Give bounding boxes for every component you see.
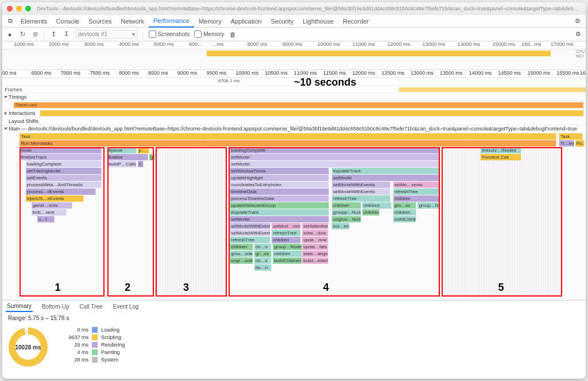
task-bar[interactable]: Task	[20, 133, 556, 140]
cursor-time: 6708.1 ms	[218, 78, 239, 83]
run-microtasks[interactable]: Run Microtasks	[20, 140, 556, 147]
memory-checkbox[interactable]: Memory	[194, 30, 224, 38]
anno-2: 2	[125, 282, 130, 294]
reload-icon[interactable]: ↻	[18, 30, 26, 39]
anno-5: 5	[498, 282, 504, 294]
download-icon[interactable]: ↧	[63, 30, 71, 39]
clear-icon[interactable]: ⊘	[31, 30, 39, 39]
settings-icon[interactable]: ⚙	[572, 16, 583, 27]
tab-memory[interactable]: Memory	[194, 16, 226, 27]
record-icon[interactable]: ●	[6, 30, 14, 39]
tab-eventlog[interactable]: Event Log	[112, 302, 140, 311]
timings-row[interactable]: Timings	[2, 93, 586, 101]
main-thread-header[interactable]: Main — devtools://devtools/bundled/devto…	[2, 125, 586, 133]
anno-3: 3	[183, 282, 189, 294]
tab-performance[interactable]: Performance	[149, 15, 194, 28]
screenshots-checkbox[interactable]: Screenshots	[149, 30, 190, 38]
traffic-lights	[7, 6, 31, 11]
tab-calltree[interactable]: Call Tree	[79, 302, 104, 311]
devtools-tabs: ⧉ Elements Console Sources Network Perfo…	[2, 15, 586, 28]
tab-security[interactable]: Security	[266, 16, 298, 27]
window-title: DevTools - devtools://devtools/bundled/d…	[37, 6, 581, 11]
summary-panel: 10028 ms 0 msLoading 9637 msScripting 29…	[2, 324, 586, 371]
tab-recorder[interactable]: Recorder	[338, 16, 373, 27]
tab-elements[interactable]: Elements	[16, 16, 52, 27]
donut-chart: 10028 ms	[8, 327, 48, 367]
traceload-row[interactable]: TraceLoad	[2, 101, 586, 109]
perf-toolbar: ● ↻ ⊘ | ↥ ↧ devtools #1 ▾ | Screenshots …	[2, 28, 586, 41]
min-dot[interactable]	[16, 6, 22, 11]
upload-icon[interactable]: ↥	[50, 30, 58, 39]
flame-chart[interactable]: Task Task Run Microtasks Ti…ed Ru…ks clo…	[2, 133, 586, 300]
range-label: Range: 5.75 s – 15.78 s	[2, 313, 586, 324]
trash-icon[interactable]: 🗑	[229, 30, 237, 39]
tab-sources[interactable]: Sources	[84, 16, 116, 27]
tab-console[interactable]: Console	[52, 16, 84, 27]
frames-row[interactable]: Frames	[2, 86, 586, 93]
overview-ruler[interactable]: 1000 ms2000 ms3000 ms4000 ms5000 ms600..…	[2, 41, 586, 49]
titlebar: DevTools - devtools://devtools/bundled/d…	[2, 2, 586, 15]
summary-tabs: Summary Bottom-Up Call Tree Event Log	[2, 300, 586, 313]
legend: 0 msLoading 9637 msScripting 29 msRender…	[65, 327, 125, 363]
anno-4: 4	[323, 282, 329, 294]
close-dot[interactable]	[7, 6, 13, 11]
max-dot[interactable]	[25, 6, 31, 11]
layoutshifts-row[interactable]: Layout Shifts	[2, 117, 586, 125]
tab-summary[interactable]: Summary	[6, 301, 33, 312]
tab-network[interactable]: Network	[117, 16, 149, 27]
timeline-settings-icon[interactable]: ⚙	[574, 30, 582, 39]
cpu-overview[interactable]: CPUNET	[2, 49, 586, 70]
inspect-icon[interactable]: ⧉	[5, 16, 16, 27]
tab-lighthouse[interactable]: Lighthouse	[298, 16, 338, 27]
task-bar-right[interactable]: Task	[559, 133, 583, 140]
anno-1: 1	[55, 282, 60, 294]
tab-application[interactable]: Application	[226, 16, 266, 27]
capture-select[interactable]: devtools #1 ▾	[75, 30, 138, 39]
tab-bottomup[interactable]: Bottom-Up	[41, 302, 71, 311]
interactions-row[interactable]: Interactions	[2, 109, 586, 117]
